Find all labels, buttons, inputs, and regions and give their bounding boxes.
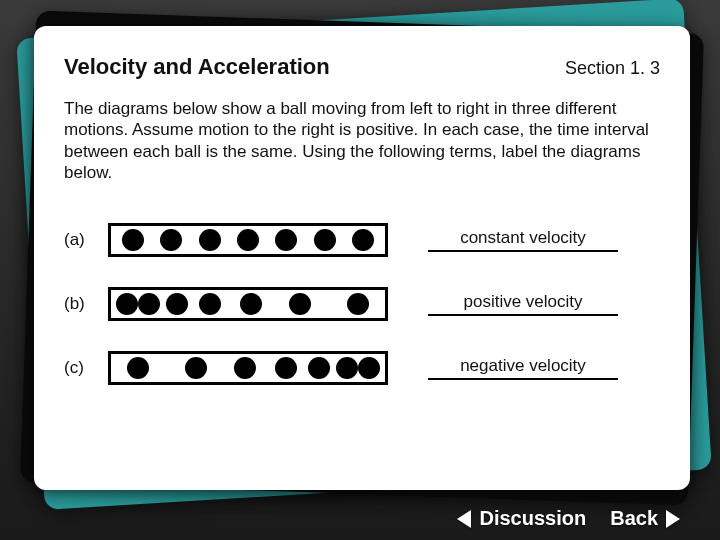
ball-icon [336, 357, 358, 379]
ball-icon [275, 357, 297, 379]
body-text: The diagrams below show a ball moving fr… [64, 98, 660, 183]
ball-icon [116, 293, 138, 315]
answer-b: positive velocity [428, 292, 618, 316]
slide-header: Velocity and Acceleration Section 1. 3 [64, 54, 660, 80]
answer-slot-c: negative velocity [428, 356, 660, 380]
row-label-c: (c) [64, 358, 108, 378]
ball-icon [308, 357, 330, 379]
ball-icon [240, 293, 262, 315]
back-button[interactable]: Back [610, 507, 680, 530]
diagram-row-a: (a) constant velocity [64, 223, 660, 257]
answer-c: negative velocity [428, 356, 618, 380]
ball-icon [289, 293, 311, 315]
ball-icon [160, 229, 182, 251]
diagram-c [108, 351, 388, 385]
back-label: Back [610, 507, 658, 530]
diagram-row-b: (b) positive velocity [64, 287, 660, 321]
diagram-a [108, 223, 388, 257]
ball-icon [358, 357, 380, 379]
row-label-b: (b) [64, 294, 108, 314]
ball-icon [185, 357, 207, 379]
triangle-left-icon [457, 510, 471, 528]
triangle-right-icon [666, 510, 680, 528]
ball-icon [237, 229, 259, 251]
ball-icon [199, 293, 221, 315]
ball-icon [127, 357, 149, 379]
discussion-label: Discussion [479, 507, 586, 530]
slide-card: Velocity and Acceleration Section 1. 3 T… [34, 26, 690, 490]
answer-slot-b: positive velocity [428, 292, 660, 316]
answer-a: constant velocity [428, 228, 618, 252]
section-label: Section 1. 3 [565, 58, 660, 79]
ball-icon [234, 357, 256, 379]
discussion-button[interactable]: Discussion [457, 507, 586, 530]
ball-icon [347, 293, 369, 315]
answer-slot-a: constant velocity [428, 228, 660, 252]
slide-title: Velocity and Acceleration [64, 54, 330, 80]
diagram-row-c: (c) negative velocity [64, 351, 660, 385]
diagram-b [108, 287, 388, 321]
ball-icon [275, 229, 297, 251]
row-label-a: (a) [64, 230, 108, 250]
ball-icon [314, 229, 336, 251]
ball-icon [166, 293, 188, 315]
ball-icon [352, 229, 374, 251]
ball-icon [138, 293, 160, 315]
ball-icon [199, 229, 221, 251]
ball-icon [122, 229, 144, 251]
bottom-nav: Discussion Back [0, 507, 720, 530]
